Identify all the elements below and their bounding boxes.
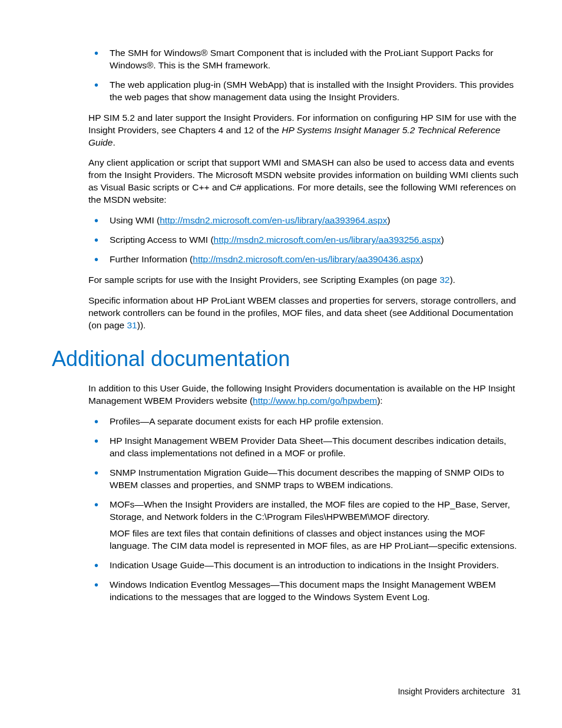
list-item: The SMH for Windows® Smart Component tha… xyxy=(88,47,521,72)
text: ). xyxy=(449,275,455,285)
footer-section: Insight Providers architecture xyxy=(398,687,504,696)
list-text: HP Insight Management WBEM Provider Data… xyxy=(110,436,506,458)
list-item: Profiles—A separate document exists for … xyxy=(88,416,521,428)
section-heading: Additional documentation xyxy=(52,345,521,374)
paragraph-intro: In addition to this User Guide, the foll… xyxy=(88,383,521,407)
list-subpara: MOF files are text files that contain de… xyxy=(110,528,521,552)
list-item: MOFs—When the Insight Providers are inst… xyxy=(88,499,521,553)
list-text: Windows Indication Eventlog Messages—Thi… xyxy=(110,579,496,602)
wmi-link[interactable]: http://msdn2.microsoft.com/en-us/library… xyxy=(160,215,387,225)
link-prefix: Scripting Access to WMI ( xyxy=(110,235,214,245)
page-ref[interactable]: 31 xyxy=(127,320,137,330)
list-item: Using WMI (http://msdn2.microsoft.com/en… xyxy=(88,215,521,227)
wmi-link-list: Using WMI (http://msdn2.microsoft.com/en… xyxy=(88,215,521,266)
list-item: Further Information (http://msdn2.micros… xyxy=(88,253,521,266)
text: ): xyxy=(377,396,382,406)
page-ref[interactable]: 32 xyxy=(439,275,449,285)
list-text: Profiles—A separate document exists for … xyxy=(110,416,384,426)
list-item: Windows Indication Eventlog Messages—Thi… xyxy=(88,579,521,604)
list-text: The SMH for Windows® Smart Component tha… xyxy=(110,48,494,70)
link-suffix: ) xyxy=(420,254,423,264)
list-item: The web application plug-in (SMH WebApp)… xyxy=(88,79,521,104)
list-item: HP Insight Management WBEM Provider Data… xyxy=(88,435,521,460)
footer-page-number: 31 xyxy=(511,687,521,696)
document-page: The SMH for Windows® Smart Component tha… xyxy=(0,0,562,728)
paragraph-specific: Specific information about HP ProLiant W… xyxy=(88,295,521,332)
list-text: Indication Usage Guide—This document is … xyxy=(110,560,499,570)
documentation-list: Profiles—A separate document exists for … xyxy=(88,416,521,604)
paragraph-sim: HP SIM 5.2 and later support the Insight… xyxy=(88,112,521,149)
list-text: MOFs—When the Insight Providers are inst… xyxy=(110,499,510,522)
text: Specific information about HP ProLiant W… xyxy=(88,295,516,330)
hpwbem-link[interactable]: http://www.hp.com/go/hpwbem xyxy=(253,396,377,406)
list-item: Scripting Access to WMI (http://msdn2.mi… xyxy=(88,234,521,246)
page-footer: Insight Providers architecture 31 xyxy=(398,686,521,697)
wmi-link[interactable]: http://msdn2.microsoft.com/en-us/library… xyxy=(193,254,420,264)
paragraph-samples: For sample scripts for use with the Insi… xyxy=(88,274,521,286)
list-text: The web application plug-in (SMH WebApp)… xyxy=(110,80,514,102)
link-suffix: ) xyxy=(387,215,390,225)
wmi-link[interactable]: http://msdn2.microsoft.com/en-us/library… xyxy=(214,235,441,245)
component-list: The SMH for Windows® Smart Component tha… xyxy=(88,47,521,104)
list-text: SNMP Instrumentation Migration Guide—Thi… xyxy=(110,467,504,490)
link-prefix: Further Information ( xyxy=(110,254,193,264)
link-prefix: Using WMI ( xyxy=(110,215,160,225)
text: . xyxy=(113,137,115,147)
list-item: SNMP Instrumentation Migration Guide—Thi… xyxy=(88,467,521,492)
list-item: Indication Usage Guide—This document is … xyxy=(88,559,521,572)
text: For sample scripts for use with the Insi… xyxy=(88,275,439,285)
link-suffix: ) xyxy=(441,235,444,245)
text: )). xyxy=(137,320,146,330)
paragraph-wmi: Any client application or script that su… xyxy=(88,157,521,206)
